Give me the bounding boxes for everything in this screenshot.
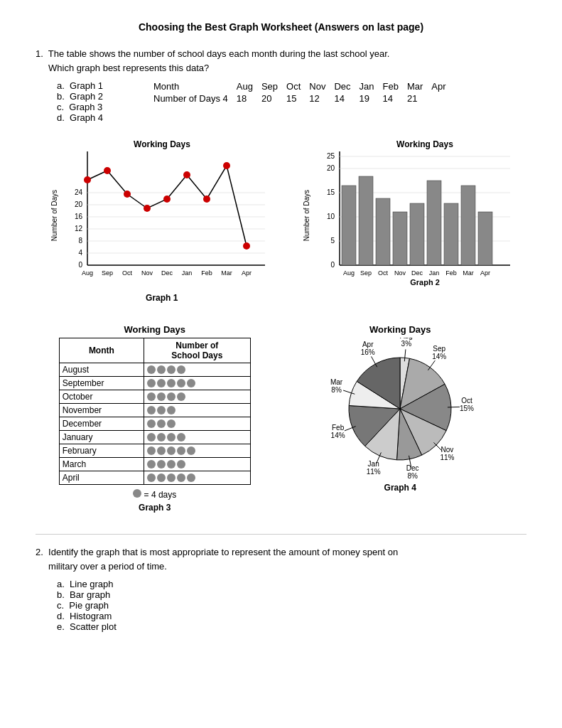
svg-text:Number of Days: Number of Days [50,190,58,241]
graph-2-svg: Working Days 0 5 10 15 20 25 Number of D… [301,137,514,290]
svg-text:10: 10 [327,213,335,220]
picto-row-october: October [59,390,250,404]
svg-text:Graph 2: Graph 2 [410,278,440,287]
svg-text:Aug: Aug [343,269,355,277]
picto-row-november: November [59,404,250,417]
svg-text:Mar: Mar [221,269,232,277]
graph-2-container: Working Days 0 5 10 15 20 25 Number of D… [301,137,514,290]
q2-option-b: b. Bar graph [57,589,526,600]
svg-rect-54 [376,198,390,265]
svg-text:12: 12 [75,225,83,232]
svg-text:Dec: Dec [411,269,423,277]
svg-text:Apr: Apr [242,269,252,277]
svg-text:Jan: Jan [429,269,440,277]
svg-text:16: 16 [75,213,83,220]
graph-1-svg: Working Days 0 4 8 12 16 [48,137,276,290]
svg-text:Feb: Feb [445,269,457,277]
svg-text:Dec: Dec [161,269,173,277]
svg-rect-66 [478,212,492,265]
graph-3-container: Working Days Month Number ofSchool Days … [59,324,251,513]
picto-row-september: September [59,377,250,390]
svg-text:25: 25 [327,152,335,160]
pictograph-table: Month Number ofSchool Days August Septem… [59,338,251,485]
picto-row-december: December [59,417,250,431]
picto-row-january: January [59,431,250,444]
svg-text:Sep: Sep [360,269,372,277]
q1-text: 1. The table shows the number of school … [36,47,526,75]
q2-option-c: c. Pie graph [57,600,526,611]
graph-4-container: Working Days Aug3%Sep14%Oct15%Nov11%Dec8… [297,324,503,493]
svg-text:15: 15 [327,188,335,196]
svg-line-75 [448,407,460,407]
q1-option-c: c. Graph 3 [57,102,128,112]
picto-row-august: August [59,363,250,377]
svg-text:0: 0 [78,261,82,269]
svg-text:Jan: Jan [181,269,192,277]
svg-rect-60 [427,181,441,265]
q1-option-a: a. Graph 1 [57,80,128,91]
question-2: 2. Identify the graph that is most appro… [36,545,526,632]
svg-point-29 [144,205,151,212]
svg-text:14%: 14% [432,353,446,360]
svg-text:8%: 8% [408,472,418,480]
q2-option-e: e. Scatter plot [57,621,526,632]
svg-text:Nov: Nov [441,446,454,454]
svg-text:11%: 11% [441,454,455,461]
svg-text:Jan: Jan [368,460,379,468]
q2-option-d: d. Histogram [57,611,526,621]
svg-rect-52 [359,176,373,265]
graph-1-container: Working Days 0 4 8 12 16 [48,137,276,303]
svg-text:Dec: Dec [406,464,419,472]
svg-text:0: 0 [331,261,335,269]
q2-options-list: a. Line graph b. Bar graph c. Pie graph … [57,579,526,632]
svg-text:20: 20 [327,164,335,172]
graph-4-svg: Aug3%Sep14%Oct15%Nov11%Dec8%Jan11%Feb14%… [301,338,499,480]
svg-text:Nov: Nov [141,269,153,277]
graph4-title: Working Days [369,324,431,335]
svg-text:Mar: Mar [330,378,343,386]
svg-point-30 [163,196,171,203]
q2-option-a: a. Line graph [57,579,526,589]
svg-text:20: 20 [75,200,83,208]
q1-option-d: d. Graph 4 [57,112,128,123]
svg-text:Oct: Oct [461,397,472,405]
svg-text:Feb: Feb [332,424,345,432]
svg-text:Sep: Sep [433,345,446,353]
svg-point-34 [243,242,250,250]
graph3-title: Working Days [124,324,185,335]
svg-text:8: 8 [78,237,82,245]
svg-point-27 [104,167,111,174]
svg-rect-64 [461,186,475,265]
svg-point-32 [203,196,210,203]
svg-text:Oct: Oct [378,269,389,277]
svg-point-28 [124,191,131,198]
svg-text:11%: 11% [367,468,381,476]
svg-rect-50 [342,186,356,265]
svg-text:Aug: Aug [82,269,93,277]
svg-text:8%: 8% [332,386,342,394]
q2-text: 2. Identify the graph that is most appro… [36,545,526,573]
svg-point-31 [183,171,190,178]
svg-point-33 [223,162,230,169]
svg-text:Working Days: Working Days [134,139,190,149]
svg-text:24: 24 [75,188,83,196]
graph-4-label: Graph 4 [384,483,416,493]
svg-text:4: 4 [78,249,82,257]
picto-row-february: February [59,444,250,458]
picto-row-april: April [59,471,250,485]
q1-option-b: b. Graph 2 [57,91,128,102]
picto-col2-header: Number ofSchool Days [144,338,250,363]
picto-row-march: March [59,458,250,471]
page-title: Choosing the Best Graph Worksheet (Answe… [36,21,526,33]
svg-rect-56 [393,212,407,265]
svg-rect-62 [444,203,458,265]
svg-rect-58 [410,203,424,265]
svg-text:Apr: Apr [480,269,490,277]
svg-text:Working Days: Working Days [396,139,453,149]
svg-text:Mar: Mar [463,269,475,277]
svg-text:Nov: Nov [394,269,406,277]
graph-1-label: Graph 1 [146,293,178,303]
svg-text:Oct: Oct [122,269,133,277]
svg-text:Number of Days: Number of Days [303,190,310,241]
svg-text:5: 5 [331,237,335,245]
